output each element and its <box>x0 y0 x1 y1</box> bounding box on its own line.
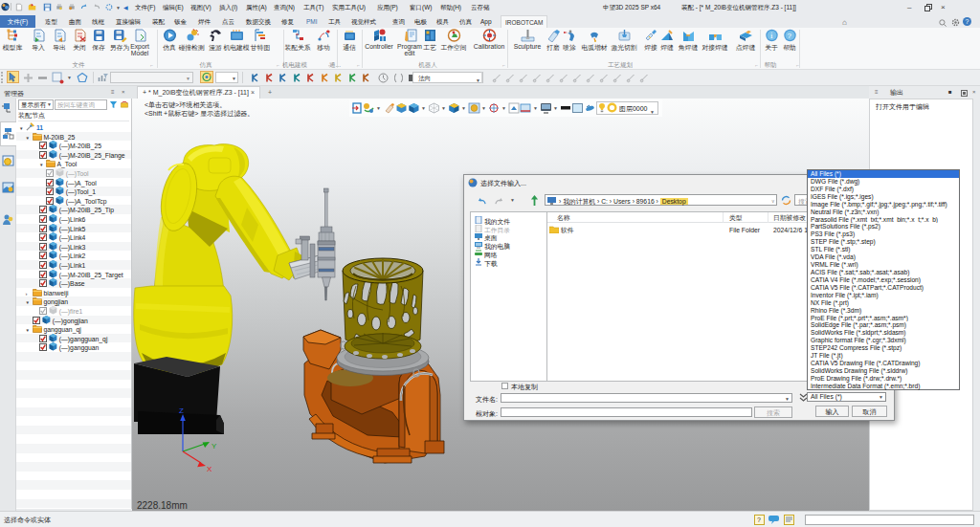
svg-text:Z: Z <box>179 406 184 415</box>
svg-text:X: X <box>207 465 212 473</box>
svg-text:?: ? <box>757 516 761 523</box>
svg-text:Y: Y <box>212 442 217 450</box>
svg-text:?: ? <box>787 32 791 40</box>
